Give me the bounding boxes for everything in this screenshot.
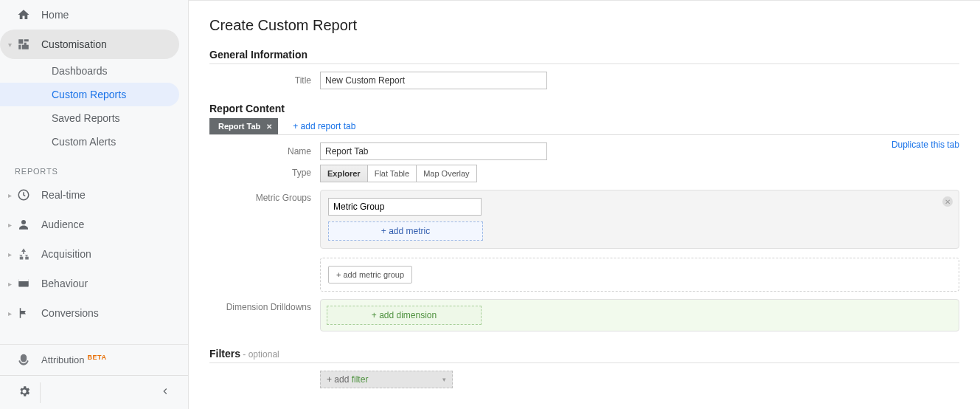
filters-heading: Filters	[209, 348, 240, 360]
report-tabs: Report Tab ✕ + add report tab	[209, 117, 959, 135]
general-info-heading: General Information	[209, 49, 959, 61]
divider	[40, 382, 41, 403]
nav-acquisition-label: Acquisition	[41, 248, 91, 260]
add-filter-button[interactable]: + add filter ▾	[320, 371, 453, 388]
metric-group-panel: ✕ + add metric	[320, 190, 959, 249]
chevron-right-icon: ▸	[6, 191, 13, 199]
nav-conversions[interactable]: ▸ Conversions	[0, 298, 188, 328]
caret-down-icon: ▾	[442, 376, 446, 383]
svg-point-1	[21, 220, 26, 224]
filters-section: Filters - optional + add filter ▾	[209, 348, 959, 388]
add-metric-button[interactable]: + add metric	[328, 221, 483, 241]
metric-groups-label: Metric Groups	[209, 190, 320, 203]
collapse-sidebar-button[interactable]	[156, 382, 175, 403]
report-tab-label: Report Tab	[218, 122, 260, 131]
attribution-icon	[16, 353, 31, 368]
chevron-right-icon: ▸	[6, 280, 13, 288]
sidebar-nav: Home ▾ Customisation Dashboards Custom R…	[0, 0, 188, 344]
nav-sub-custom-alerts[interactable]: Custom Alerts	[0, 130, 188, 154]
dimension-panel: + add dimension	[320, 299, 959, 331]
title-input[interactable]	[320, 72, 547, 89]
type-explorer[interactable]: Explorer	[321, 165, 368, 182]
add-report-tab-link[interactable]: + add report tab	[293, 121, 355, 134]
nav-sub-saved-reports[interactable]: Saved Reports	[0, 106, 188, 130]
report-content-heading: Report Content	[209, 103, 959, 114]
type-map-overlay[interactable]: Map Overlay	[417, 165, 476, 182]
nav-realtime-label: Real-time	[41, 189, 86, 201]
name-label: Name	[209, 146, 320, 157]
nav-conversions-label: Conversions	[41, 307, 99, 319]
remove-metric-group-button[interactable]: ✕	[942, 196, 953, 207]
add-dimension-button[interactable]: + add dimension	[327, 306, 482, 325]
nav-audience[interactable]: ▸ Audience	[0, 210, 188, 239]
add-metric-group-button[interactable]: + add metric group	[328, 266, 412, 283]
nav-audience-label: Audience	[41, 219, 84, 230]
tab-config-block: Duplicate this tab Name Type Explorer Fl…	[209, 142, 959, 331]
nav-sub-label: Dashboards	[52, 65, 108, 77]
type-segmented-control: Explorer Flat Table Map Overlay	[320, 165, 477, 182]
beta-badge: BETA	[88, 354, 107, 361]
nav-attribution[interactable]: AttributionBETA	[0, 344, 188, 375]
nav-acquisition[interactable]: ▸ Acquisition	[0, 239, 188, 269]
nav-realtime[interactable]: ▸ Real-time	[0, 180, 188, 210]
page-title: Create Custom Report	[209, 17, 959, 34]
report-tab[interactable]: Report Tab ✕	[209, 118, 278, 134]
nav-behaviour[interactable]: ▸ Behaviour	[0, 269, 188, 298]
acquisition-icon	[16, 247, 31, 261]
flag-icon	[16, 306, 31, 320]
nav-attribution-label: AttributionBETA	[41, 354, 106, 365]
nav-home-label: Home	[41, 9, 69, 21]
dimension-drilldowns-label: Dimension Drilldowns	[209, 299, 320, 312]
nav-customisation-label: Customisation	[41, 38, 107, 50]
behaviour-icon	[16, 276, 31, 291]
home-icon	[16, 7, 31, 22]
chevron-down-icon: ▾	[6, 41, 13, 49]
nav-sub-label: Custom Alerts	[52, 136, 116, 148]
tab-name-input[interactable]	[320, 142, 547, 160]
type-flat-table[interactable]: Flat Table	[368, 165, 417, 182]
sidebar: Home ▾ Customisation Dashboards Custom R…	[0, 0, 189, 409]
chevron-right-icon: ▸	[6, 309, 13, 317]
customisation-icon	[16, 37, 31, 52]
title-label: Title	[209, 75, 320, 86]
filters-optional-label: - optional	[240, 349, 279, 360]
clock-icon	[16, 188, 31, 202]
gear-icon[interactable]	[18, 385, 31, 400]
sidebar-footer	[0, 375, 188, 409]
nav-sub-dashboards[interactable]: Dashboards	[0, 59, 188, 83]
nav-sub-label: Saved Reports	[52, 112, 120, 124]
add-metric-group-panel: + add metric group	[320, 258, 959, 292]
nav-sub-label: Custom Reports	[52, 89, 126, 100]
nav-sub-custom-reports[interactable]: Custom Reports	[0, 83, 179, 106]
main-content: Create Custom Report General Information…	[189, 0, 980, 409]
chevron-right-icon: ▸	[6, 221, 13, 229]
close-tab-icon[interactable]: ✕	[266, 123, 272, 131]
duplicate-tab-link[interactable]: Duplicate this tab	[892, 140, 959, 150]
reports-section-label: REPORTS	[0, 154, 188, 180]
general-info-section: Title	[209, 63, 959, 89]
svg-rect-3	[18, 279, 29, 281]
person-icon	[16, 217, 31, 232]
spacer	[209, 371, 320, 374]
nav-customisation[interactable]: ▾ Customisation	[0, 30, 179, 59]
metric-group-name-input[interactable]	[328, 198, 482, 216]
type-label: Type	[209, 165, 320, 178]
nav-behaviour-label: Behaviour	[41, 278, 88, 289]
chevron-right-icon: ▸	[6, 250, 13, 258]
nav-home[interactable]: Home	[0, 0, 188, 30]
